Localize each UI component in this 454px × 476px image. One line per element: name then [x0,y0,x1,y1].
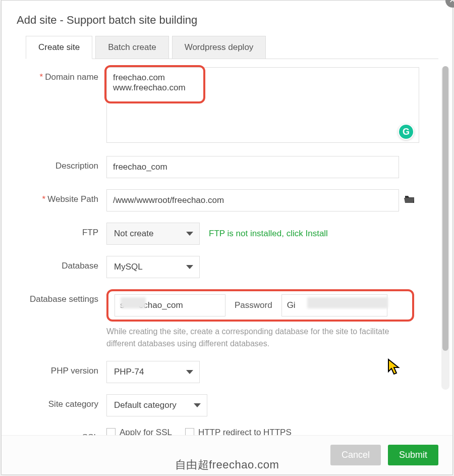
folder-icon[interactable] [404,195,415,206]
category-label: Site category [26,394,106,409]
submit-button[interactable]: Submit [388,445,438,465]
tab-batch-create[interactable]: Batch create [95,36,168,59]
add-site-modal: × Add site - Support batch site building… [1,0,453,475]
tabs: Create site Batch create Wordpress deplo… [26,36,438,59]
scrollbar-thumb[interactable] [442,66,448,351]
description-input[interactable] [106,156,399,178]
cancel-button[interactable]: Cancel [330,445,381,465]
domain-label: *Domain name [26,67,106,82]
db-password-label: Password [235,300,272,310]
db-settings-label: Database settings [26,289,106,304]
ftp-select[interactable]: Not create [106,223,200,245]
ssl-label: SSL [26,428,106,435]
db-settings-highlight: Password [106,289,414,322]
grammarly-icon[interactable]: G [398,124,414,140]
database-label: Database [26,256,106,271]
category-select[interactable]: Default category [106,394,207,416]
ssl-redirect-checkbox[interactable]: HTTP redirect to HTTPS [185,428,292,435]
ssl-apply-checkbox[interactable]: Apply for SSL [106,428,172,435]
description-label: Description [26,156,106,171]
tab-wordpress-deploy[interactable]: Wordpress deploy [172,36,266,59]
path-input[interactable] [106,189,399,211]
tab-create-site[interactable]: Create site [26,36,92,59]
watermark: 自由超freechao.com [175,457,279,472]
database-select[interactable]: MySQL [106,256,200,278]
path-label: *Website Path [26,189,106,204]
modal-title: Add site - Support batch site building [2,1,452,36]
domain-input[interactable] [106,67,419,143]
php-label: PHP version [26,361,106,376]
php-select[interactable]: PHP-74 [106,361,200,383]
ftp-install-link[interactable]: FTP is not installed, click Install [209,229,328,239]
scrollbar[interactable] [441,66,449,390]
db-settings-help: While creating the site, create a corres… [106,326,399,350]
ftp-label: FTP [26,223,106,238]
